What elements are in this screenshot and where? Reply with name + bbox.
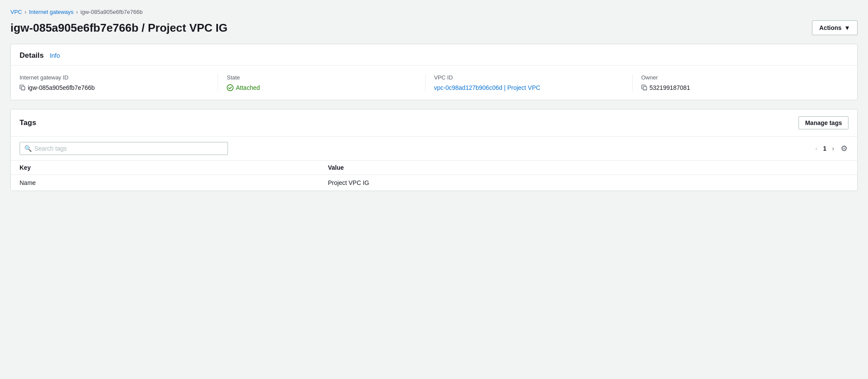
state-attached-icon xyxy=(227,84,234,91)
gateway-id-text: igw-085a905e6fb7e766b xyxy=(28,84,95,91)
owner-label: Owner xyxy=(641,74,840,81)
vpc-id-label: VPC ID xyxy=(434,74,624,81)
tags-table-header-row: Key Value xyxy=(11,161,857,175)
owner-text: 532199187081 xyxy=(650,84,690,91)
vpc-id-value: vpc-0c98ad127b906c06d | Project VPC xyxy=(434,84,624,91)
breadcrumb-vpc[interactable]: VPC xyxy=(10,9,22,15)
svg-rect-0 xyxy=(21,86,25,90)
tag-key: Name xyxy=(11,175,319,191)
tags-card: Tags Manage tags 🔍 ‹ 1 › ⚙ Key Value xyxy=(10,109,858,191)
breadcrumb: VPC › Internet gateways › igw-085a905e6f… xyxy=(10,9,858,15)
breadcrumb-internet-gateways[interactable]: Internet gateways xyxy=(29,9,74,15)
state-attached: Attached xyxy=(227,84,260,91)
gateway-id-value: igw-085a905e6fb7e766b xyxy=(20,84,209,91)
actions-label: Actions xyxy=(819,24,842,31)
table-row: Name Project VPC IG xyxy=(11,175,857,191)
col-header-value: Value xyxy=(319,161,857,175)
next-page-button[interactable]: › xyxy=(830,144,836,153)
page-title: igw-085a905e6fb7e766b / Project VPC IG xyxy=(10,21,228,35)
breadcrumb-sep-1: › xyxy=(25,9,26,15)
state-text: Attached xyxy=(236,84,260,91)
detail-cell-owner: Owner 532199187081 xyxy=(641,74,848,91)
gateway-id-label: Internet gateway ID xyxy=(20,74,209,81)
owner-value: 532199187081 xyxy=(641,84,840,91)
detail-cell-state: State Attached xyxy=(227,74,425,91)
page-number: 1 xyxy=(823,145,827,152)
copy-icon-gateway[interactable] xyxy=(20,85,26,91)
tags-table: Key Value Name Project VPC IG xyxy=(11,161,857,191)
search-icon: 🔍 xyxy=(24,145,32,152)
details-grid: Internet gateway ID igw-085a905e6fb7e766… xyxy=(11,66,857,100)
detail-cell-vpc-id: VPC ID vpc-0c98ad127b906c06d | Project V… xyxy=(434,74,633,91)
copy-icon-owner[interactable] xyxy=(641,85,647,91)
details-title-group: Details Info xyxy=(20,51,60,60)
details-info-link[interactable]: Info xyxy=(50,52,60,59)
pagination-controls: ‹ 1 › ⚙ xyxy=(813,143,848,154)
breadcrumb-current: igw-085a905e6fb7e766b xyxy=(80,9,142,15)
tags-card-title: Tags xyxy=(20,119,36,127)
state-value: Attached xyxy=(227,84,416,91)
svg-rect-2 xyxy=(643,86,647,90)
breadcrumb-sep-2: › xyxy=(76,9,78,15)
tag-value: Project VPC IG xyxy=(319,175,857,191)
settings-button[interactable]: ⚙ xyxy=(840,143,848,154)
actions-button[interactable]: Actions ▼ xyxy=(812,20,858,35)
search-input-wrapper[interactable]: 🔍 xyxy=(20,142,228,155)
details-card-title: Details xyxy=(20,51,44,59)
vpc-id-link[interactable]: vpc-0c98ad127b906c06d | Project VPC xyxy=(434,84,541,91)
details-card-header: Details Info xyxy=(11,44,857,66)
page-header: igw-085a905e6fb7e766b / Project VPC IG A… xyxy=(10,20,858,35)
svg-point-1 xyxy=(227,85,233,91)
state-label: State xyxy=(227,74,416,81)
search-input[interactable] xyxy=(34,145,223,152)
col-header-key: Key xyxy=(11,161,319,175)
actions-chevron-icon: ▼ xyxy=(844,24,850,31)
tags-search-bar: 🔍 ‹ 1 › ⚙ xyxy=(11,137,857,161)
prev-page-button[interactable]: ‹ xyxy=(813,144,820,153)
tags-card-header: Tags Manage tags xyxy=(11,109,857,137)
manage-tags-button[interactable]: Manage tags xyxy=(799,116,848,129)
details-card: Details Info Internet gateway ID igw-085… xyxy=(10,44,858,100)
detail-cell-gateway-id: Internet gateway ID igw-085a905e6fb7e766… xyxy=(20,74,218,91)
